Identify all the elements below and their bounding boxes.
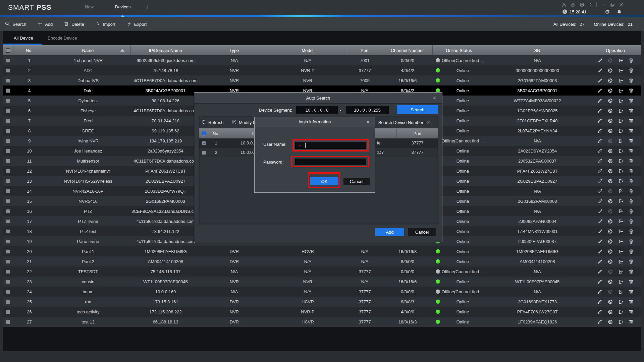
gear-icon[interactable] (579, 2, 585, 7)
edit-icon[interactable] (597, 58, 603, 63)
delete-icon[interactable] (628, 168, 634, 174)
logout-icon[interactable] (618, 168, 624, 174)
edit-icon[interactable] (597, 289, 603, 295)
header-channel-number[interactable]: Channel Number (382, 45, 433, 55)
config-icon[interactable] (607, 138, 613, 144)
delete-icon[interactable] (628, 259, 634, 264)
row-checkbox[interactable] (3, 85, 13, 96)
config-icon[interactable] (607, 279, 613, 285)
table-row[interactable]: 2ADT75.148.78.18NVRNVR-P377774/0/4/2Onli… (3, 65, 641, 75)
header-online-status[interactable]: Online Status (433, 45, 485, 55)
delete-icon[interactable] (628, 198, 634, 204)
table-row[interactable]: 24home10.0.0.169N/AN/A377770/0/0/0Offlin… (3, 287, 641, 297)
delete-icon[interactable] (628, 219, 634, 224)
edit-icon[interactable] (597, 98, 603, 104)
table-row[interactable]: 14 channel NVR9002a9b9cf63.quickddns.com… (3, 55, 641, 65)
delete-icon[interactable] (628, 128, 634, 134)
row-checkbox[interactable] (3, 236, 13, 246)
row-checkbox[interactable] (3, 55, 13, 65)
config-icon[interactable] (607, 208, 613, 214)
config-icon[interactable] (607, 178, 613, 184)
toolbar-add-button[interactable]: Add (37, 21, 53, 27)
logout-icon[interactable] (618, 178, 624, 184)
tab-encode-device[interactable]: Encode Device (48, 36, 77, 41)
chip-icon[interactable] (605, 9, 610, 14)
edit-icon[interactable] (597, 309, 603, 315)
login-close-icon[interactable] (366, 120, 370, 124)
delete-icon[interactable] (628, 58, 634, 63)
tab-all-device[interactable]: All Device (14, 36, 33, 41)
row-checkbox[interactable] (3, 216, 13, 226)
table-row[interactable]: 26tech activity172.115.206.222NVRNVR-P37… (3, 307, 641, 317)
header-ip[interactable]: IP/Domain Name (131, 45, 200, 55)
delete-icon[interactable] (628, 208, 634, 214)
header-no[interactable]: No. (13, 45, 45, 55)
row-checkbox[interactable] (3, 266, 13, 277)
table-row[interactable]: 3Dahua IVS4C11BF6F7D0A.dahuaddns.comNVRN… (3, 75, 641, 85)
tab-devices[interactable]: Devices (115, 4, 130, 9)
edit-icon[interactable] (597, 78, 603, 83)
config-icon[interactable] (607, 299, 613, 305)
row-checkbox[interactable] (3, 317, 13, 327)
lock-icon[interactable] (570, 2, 576, 7)
delete-icon[interactable] (628, 289, 634, 295)
header-name[interactable]: Name (45, 45, 131, 55)
edit-icon[interactable] (597, 68, 603, 73)
edit-icon[interactable] (597, 319, 603, 325)
logout-icon[interactable] (618, 108, 624, 114)
auto-select-all-checkbox[interactable] (202, 131, 206, 135)
row-checkbox[interactable] (3, 96, 13, 106)
table-row[interactable]: 27test 1266.188.18.13DVRHCVR3777716/0/16… (3, 317, 641, 327)
segment-to-input[interactable]: 10 . 0 . 0 .255 (346, 106, 389, 114)
row-checkbox[interactable] (3, 166, 13, 176)
logout-icon[interactable] (618, 128, 624, 134)
header-sn[interactable]: SN (485, 45, 589, 55)
row-checkbox[interactable] (3, 186, 13, 196)
row-checkbox[interactable] (3, 196, 13, 206)
edit-icon[interactable] (597, 148, 603, 154)
config-icon[interactable] (607, 158, 613, 164)
config-icon[interactable] (607, 219, 613, 224)
logout-icon[interactable] (618, 78, 624, 83)
toolbar-search-button[interactable]: Search (5, 21, 26, 27)
edit-icon[interactable] (597, 198, 603, 204)
row-checkbox[interactable] (3, 297, 13, 307)
config-icon[interactable] (607, 229, 613, 234)
edit-icon[interactable] (597, 88, 603, 94)
logout-icon[interactable] (618, 299, 624, 305)
header-port[interactable]: Port (347, 45, 382, 55)
header-model[interactable]: Model (268, 45, 347, 55)
table-row[interactable]: 23cousinWT1L00F97PAE00045NVRNVRN/A16/0/1… (3, 277, 641, 287)
toolbar-export-button[interactable]: Export (126, 21, 147, 27)
row-checkbox[interactable] (3, 116, 13, 126)
select-all-checkbox[interactable] (3, 45, 13, 55)
delete-icon[interactable] (628, 68, 634, 73)
table-row[interactable]: 20Paul 11M0208FPAEKUM9GDVRHCVRN/A16/0/16… (3, 246, 641, 256)
delete-icon[interactable] (628, 118, 634, 124)
delete-icon[interactable] (628, 178, 634, 184)
auto-search-cancel-button[interactable]: Cancel (408, 228, 436, 236)
config-icon[interactable] (607, 319, 613, 325)
row-checkbox[interactable] (3, 256, 13, 266)
username-input[interactable]: * (295, 142, 366, 149)
delete-icon[interactable] (628, 78, 634, 83)
edit-icon[interactable] (597, 299, 603, 305)
config-icon[interactable] (607, 249, 613, 254)
config-icon[interactable] (607, 188, 613, 194)
row-checkbox[interactable] (3, 146, 13, 156)
config-icon[interactable] (607, 68, 613, 73)
password-input[interactable] (295, 159, 366, 165)
row-checkbox[interactable] (3, 287, 13, 297)
config-icon[interactable] (607, 269, 613, 275)
config-icon[interactable] (607, 289, 613, 295)
logout-icon[interactable] (618, 279, 624, 285)
logout-icon[interactable] (618, 319, 624, 325)
auto-search-close-icon[interactable] (432, 96, 437, 100)
edit-icon[interactable] (597, 168, 603, 174)
row-checkbox[interactable] (3, 206, 13, 216)
edit-icon[interactable] (597, 158, 603, 164)
toolbar-import-button[interactable]: Import (95, 21, 115, 27)
delete-icon[interactable] (628, 299, 634, 305)
add-button[interactable]: Add (375, 228, 404, 236)
login-icon[interactable] (618, 138, 624, 144)
